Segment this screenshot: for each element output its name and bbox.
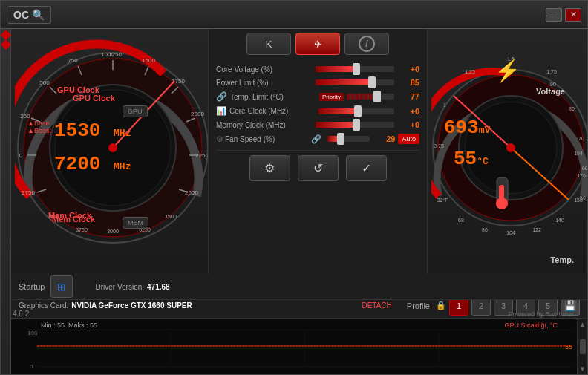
title-bar-controls: — ✕ [546,8,581,22]
fan-speed-track[interactable] [327,136,370,142]
svg-text:3750: 3750 [76,227,88,232]
svg-text:3000: 3000 [107,229,119,234]
chain-icon-fan: 🔗 [311,134,321,144]
left-gauge-svg: 1000 750 500 250 0 1250 1500 1750 2000 2… [15,33,208,255]
tab-k[interactable]: K [246,33,291,55]
detach-link[interactable]: DETACH [362,301,391,310]
svg-text:104: 104 [506,230,515,235]
core-clock-value: +0 [397,107,419,116]
core-clock-track[interactable] [318,108,394,114]
app-window: OC 🔍 — ✕ [0,0,588,375]
chart-y-max: 100 [27,330,37,336]
core-voltage-thumb[interactable] [353,63,360,75]
tab-info[interactable]: i [344,33,389,55]
driver-info: Driver Version: 471.68 [95,283,169,291]
memory-clock-label: Memory Clock (MHz) [216,121,313,129]
svg-text:1250: 1250 [108,51,122,58]
gpu-clock-label: GPU Clock [57,85,99,94]
memory-clock-row: Memory Clock (MHz) +0 [216,120,419,129]
core-clock-label: Core Clock (MHz) [229,107,316,115]
power-limit-row: Power Limit (%) 85 [216,78,419,87]
apply-button[interactable]: ✓ [346,155,387,181]
temp-limit-fill [347,94,375,100]
voltage-label: Voltage [536,87,565,96]
svg-text:0.75: 0.75 [434,143,444,149]
svg-point-61 [506,143,515,152]
link-icon: 🔗 [216,91,227,102]
core-voltage-value: +0 [397,65,419,74]
bar-chart-icon: 📊 [216,106,226,116]
chart-scrollbar: ▲ ▼ [577,319,587,374]
close-button[interactable]: ✕ [565,8,581,22]
version-label: 4.6.2 [13,310,29,318]
core-voltage-label: Core Voltage (%) [216,65,313,74]
scroll-thumb[interactable] [580,339,586,354]
mem-badge: MEM [122,217,148,229]
svg-text:90: 90 [550,82,556,87]
right-gauge-panel: 0.75 1 1.25 1.5 1.75 32°F 68 86 104 122 … [428,29,587,293]
svg-text:0: 0 [19,152,23,159]
gear-icon: ⚙ [216,134,223,144]
oc-label: OC [13,9,29,21]
edge-diamond-2 [0,39,10,50]
svg-text:122: 122 [532,227,541,232]
lightning-bolt-icon: ⚡ [494,59,520,83]
temp-limit-thumb[interactable] [373,91,381,102]
lock-icon: 🔒 [436,301,446,310]
gpu-badge: GPU [122,105,148,117]
chart-title: GPU Sıcaklığı, °C [504,322,558,329]
svg-text:140: 140 [555,218,564,223]
tab-bar: K ✈ i [216,33,419,55]
svg-text:2500: 2500 [185,189,198,196]
core-clock-row: 📊 Core Clock (MHz) +0 [216,106,419,116]
svg-text:1.25: 1.25 [465,69,475,74]
reset-button[interactable]: ↺ [298,155,339,181]
chart-stats: Min.: 55 Maks.: 55 [41,322,97,329]
power-limit-fill [316,79,370,85]
core-mhz: MHz [114,128,131,139]
graphics-card-info: Graphics Card: NVIDIA GeForce GTX 1660 S… [19,301,192,310]
power-limit-value: 85 [397,78,419,87]
power-limit-track[interactable] [316,79,394,85]
scroll-down[interactable]: ▼ [579,365,587,373]
svg-text:70: 70 [578,136,584,141]
voltage-display: 693mV [444,117,490,139]
fan-speed-value: 29 [373,134,395,143]
action-bar: ⚙ ↺ ✓ [216,150,419,181]
svg-text:1500: 1500 [165,214,177,219]
svg-text:86: 86 [482,227,488,232]
windows-startup-icon[interactable]: ⊞ [50,275,73,298]
temp-limit-track[interactable] [347,94,394,100]
scroll-up[interactable]: ▲ [579,320,587,328]
minimize-button[interactable]: — [546,8,562,22]
startup-driver-bar: Startup ⊞ Driver Version: 471.68 [11,274,587,300]
fan-speed-label: Fan Speed (%) [225,135,311,143]
core-clock-thumb[interactable] [354,105,362,117]
core-voltage-track[interactable] [316,66,394,72]
graphics-card-label: Graphics Card: [19,301,68,310]
power-limit-thumb[interactable] [368,76,376,88]
core-freq-display: 1530 MHz [54,120,131,142]
svg-text:80: 80 [569,106,575,111]
svg-text:500: 500 [39,79,50,86]
fan-speed-thumb[interactable] [337,133,344,145]
info-icon: i [359,36,375,52]
svg-text:2750: 2750 [22,189,35,196]
auto-badge[interactable]: Auto [398,134,419,144]
svg-text:60: 60 [582,166,587,171]
driver-label: Driver Version: [95,283,144,291]
tab-msi[interactable]: ✈ [295,33,340,55]
svg-text:2000: 2000 [191,111,204,117]
chart-area: Min.: 55 Maks.: 55 GPU Sıcaklığı, °C 100… [11,319,587,374]
controls-panel: K ✈ i Core Voltage (%) +0 [208,29,428,293]
left-edge-bar [1,29,11,374]
svg-text:176: 176 [577,173,586,178]
driver-value: 471.68 [147,283,170,291]
temp-limit-label: Temp. Limit (°C) [230,93,316,101]
temp-unit: °C [477,156,489,167]
settings-button[interactable]: ⚙ [249,155,290,181]
memory-clock-thumb[interactable] [353,119,360,131]
profile-label: Profile [407,301,430,310]
memory-clock-track[interactable] [316,122,394,128]
boost-label: ▲Boost [27,127,51,134]
